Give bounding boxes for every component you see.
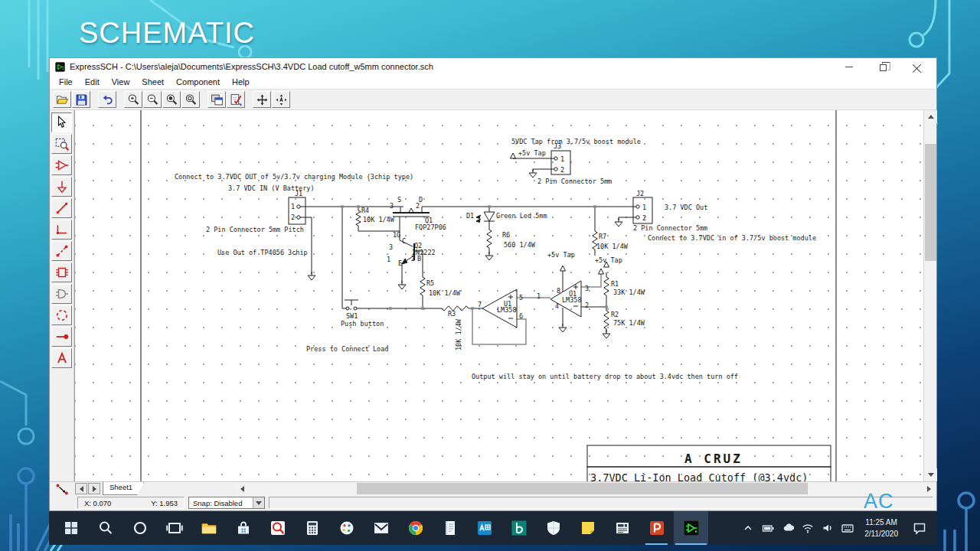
next-sheet-button[interactable] (88, 483, 100, 494)
battery-icon[interactable] (758, 521, 778, 535)
taskbar-paint3d[interactable] (329, 511, 364, 545)
svg-text:2 Pin Connector 5mm: 2 Pin Connector 5mm (633, 224, 707, 232)
vertical-scroll-track[interactable] (924, 123, 936, 468)
tool-junction[interactable] (51, 327, 72, 347)
taskbar-expresssch[interactable] (674, 511, 708, 545)
horizontal-scroll-thumb[interactable] (357, 483, 808, 494)
close-button[interactable] (900, 58, 933, 75)
tool-text[interactable] (51, 348, 72, 368)
taskbar-search[interactable] (88, 511, 122, 545)
window-title: ExpressSCH - C:\Users\aleja\Documents\Ex… (70, 62, 832, 71)
tool-snap[interactable] (50, 482, 74, 495)
svg-text:FQP27P06: FQP27P06 (415, 223, 446, 231)
tool-disconnect[interactable] (51, 241, 72, 261)
undo-button[interactable] (98, 91, 116, 108)
clock-time: 11:25 AM (864, 517, 898, 528)
menu-edit[interactable]: Edit (79, 76, 106, 88)
menu-file[interactable]: File (53, 76, 79, 88)
menu-view[interactable]: View (106, 76, 136, 88)
restore-button[interactable] (866, 58, 900, 75)
schematic-symbols (289, 151, 831, 481)
tool-component[interactable] (51, 155, 72, 175)
properties-button[interactable] (207, 91, 226, 108)
taskbar-file-explorer[interactable] (191, 511, 226, 545)
svg-text:560 1/4W: 560 1/4W (504, 241, 536, 249)
action-center-button[interactable] (905, 520, 934, 536)
svg-text:B: B (417, 255, 421, 262)
tool-gate[interactable] (51, 284, 72, 304)
svg-text:LM358: LM358 (497, 306, 517, 314)
snap-dropdown[interactable]: Snap: Disabled (188, 497, 265, 509)
taskbar-store[interactable] (226, 511, 260, 545)
page-borders (141, 110, 836, 481)
svg-text:LM358: LM358 (562, 296, 582, 304)
prev-sheet-button[interactable] (75, 483, 87, 494)
sheet-tab[interactable]: Sheet1 (103, 482, 144, 495)
minimize-button[interactable] (832, 58, 866, 75)
title-bar[interactable]: ExpressSCH - C:\Users\aleja\Documents\Ex… (50, 58, 936, 75)
menu-help[interactable]: Help (226, 76, 256, 88)
taskbar-expresspcb[interactable] (260, 511, 295, 545)
expand-icon[interactable] (738, 521, 758, 535)
taskbar-task-view[interactable] (157, 511, 191, 545)
taskbar-cortana[interactable] (122, 511, 157, 545)
taskbar-bing[interactable] (501, 511, 536, 545)
svg-text:Green Led 5mm: Green Led 5mm (496, 212, 547, 220)
pan-text-button[interactable] (272, 91, 290, 108)
tool-zoom-window[interactable] (51, 134, 72, 154)
taskbar-start[interactable] (54, 511, 88, 545)
schematic-text: 5VDC Tap from 3.7/5v boost moduleJ3+5v T… (175, 138, 816, 481)
horizontal-scroll-track[interactable] (249, 483, 923, 494)
tool-circle[interactable] (51, 305, 72, 325)
volume-icon[interactable] (818, 521, 838, 535)
save-button[interactable] (72, 91, 90, 108)
vertical-scroll-thumb[interactable] (925, 144, 936, 261)
pan-button[interactable] (253, 91, 271, 108)
zoom-last-button[interactable] (162, 91, 181, 108)
taskbar-chrome[interactable] (398, 511, 433, 545)
taskbar-clock[interactable]: 11:25 AM 2/11/2020 (858, 517, 905, 540)
zoom-page-button[interactable] (181, 91, 200, 108)
menu-component[interactable]: Component (170, 76, 226, 88)
onedrive-icon[interactable] (778, 521, 798, 535)
taskbar-sticky-notes[interactable] (570, 511, 605, 545)
horizontal-scrollbar[interactable] (236, 483, 936, 494)
tool-rect-component[interactable] (51, 262, 72, 282)
scroll-up-button[interactable] (924, 110, 937, 123)
tool-corner[interactable] (51, 220, 72, 240)
scroll-right-button[interactable] (923, 483, 936, 495)
taskbar-powerpoint[interactable] (639, 511, 674, 545)
taskbar-mail[interactable] (364, 511, 398, 545)
tool-select[interactable] (51, 112, 72, 132)
zoom-out-button[interactable] (143, 91, 162, 108)
check-button[interactable] (227, 91, 245, 108)
svg-text:2N2222: 2N2222 (412, 249, 436, 256)
scroll-left-button[interactable] (236, 483, 249, 495)
vertical-scrollbar[interactable] (923, 110, 936, 481)
clock-date: 2/11/2020 (864, 528, 898, 540)
menu-sheet[interactable]: Sheet (136, 76, 170, 88)
svg-text:3.7 VDC Out: 3.7 VDC Out (665, 204, 707, 211)
taskbar-calculator[interactable] (295, 511, 329, 545)
tool-wire[interactable] (51, 198, 72, 218)
svg-text:Connect to 3.7VDC OUT of 5v/3: Connect to 3.7VDC OUT of 5v/3.7v chargin… (175, 173, 413, 181)
wifi-icon[interactable] (798, 521, 818, 535)
snap-value: Snap: Disabled (193, 499, 242, 507)
svg-text:R5: R5 (426, 279, 434, 287)
scroll-down-button[interactable] (924, 468, 937, 481)
svg-text:75K 1/4W: 75K 1/4W (613, 319, 645, 327)
taskbar-translator[interactable] (467, 511, 501, 545)
zoom-in-button[interactable] (124, 91, 142, 108)
svg-text:Use Out of TP4056 3chip: Use Out of TP4056 3chip (217, 249, 308, 256)
svg-text:1: 1 (560, 155, 564, 163)
tool-power[interactable] (51, 177, 72, 197)
taskbar: 11:25 AM 2/11/2020 (49, 511, 937, 545)
schematic-canvas[interactable]: 5VDC Tap from 3.7/5v boost moduleJ3+5v T… (74, 110, 923, 481)
svg-text:E: E (398, 259, 402, 267)
taskbar-defender[interactable] (536, 511, 570, 545)
taskbar-news[interactable] (605, 511, 639, 545)
svg-text:2: 2 (416, 202, 420, 210)
open-button[interactable] (53, 91, 71, 108)
taskbar-notepad[interactable] (433, 511, 467, 545)
keyboard-icon[interactable] (838, 521, 858, 535)
